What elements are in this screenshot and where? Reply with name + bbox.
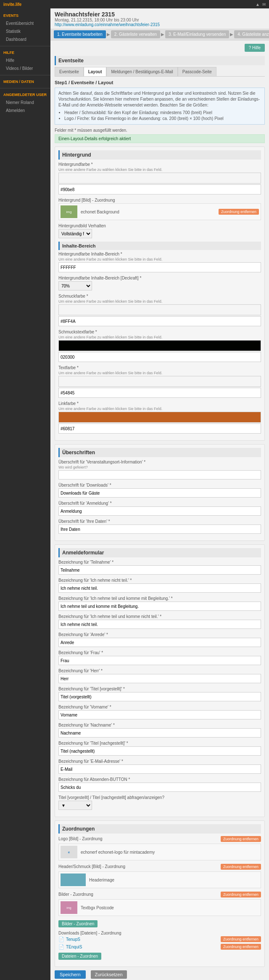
- sidebar-section-hilfe: HILFE Hilfe Videos / Bilder: [0, 47, 50, 74]
- sidebar-item-videos[interactable]: Videos / Bilder: [0, 64, 50, 72]
- sidebar-item-statistik[interactable]: Statistik: [0, 27, 50, 35]
- decline-label: Bezeichnung für 'Ich nehme nicht teil.' …: [58, 578, 261, 583]
- no-attend-input[interactable]: [58, 620, 261, 629]
- content-bg-note: Um eine andere Farbe zu wählen klicken S…: [58, 257, 261, 261]
- logo: invite.life: [3, 2, 21, 7]
- text-color-note: Um eine andere Farbe zu wählen klicken S…: [58, 371, 261, 375]
- zuordnungen-section: Zuordnungen Logo [Bild] - Zuordnung Zuor…: [55, 820, 265, 967]
- bg-color-input[interactable]: [58, 184, 261, 194]
- accent-color-field: Schmuckstextfarbe * Um eine andere Farbe…: [58, 330, 261, 362]
- text-color-picker[interactable]: [58, 376, 261, 387]
- header-image-label: Header/Schmuck [Bild] - Zuordnung: [58, 864, 125, 869]
- salutation-field: Bezeichnung für 'Anrede' *: [58, 632, 261, 647]
- attend-companion-input[interactable]: [58, 602, 261, 611]
- step-1[interactable]: 1. Eventseite bearbeiten: [54, 30, 106, 38]
- deco-color-field: Schmuckfarbe * Um eine andere Farbe zu w…: [58, 294, 261, 326]
- deco-color-input[interactable]: [58, 316, 261, 326]
- ueberschriften-title: Überschriften: [58, 448, 261, 457]
- page-title: Weihnachtsfeier 2315: [55, 11, 265, 18]
- step-arrow-2: ▶: [161, 32, 164, 37]
- step-3[interactable]: 3. E-Mail/Einladung versenden: [165, 30, 229, 38]
- sidebar-item-hilfe[interactable]: Hilfe: [0, 56, 50, 64]
- text-color-input[interactable]: [58, 388, 261, 398]
- header-thumb: [61, 873, 86, 886]
- logo-remove-btn[interactable]: Zuordnung entfernen: [221, 836, 261, 842]
- email-label: Bezeichnung für 'E-Mail-Adresse' *: [58, 759, 261, 764]
- pdf-icon-2: 📄: [58, 944, 64, 950]
- tab-meldungen[interactable]: Meldungen / Bestätigungs-E-Mail: [106, 67, 177, 76]
- sidebar-item-logout[interactable]: Abmelden: [0, 107, 50, 115]
- title-display-select[interactable]: ▼: [58, 801, 92, 810]
- accent-color-picker[interactable]: [58, 340, 261, 351]
- lastname-input[interactable]: [58, 728, 261, 738]
- bg-color-note: Um eine andere Farbe zu wählen klicken S…: [58, 168, 261, 172]
- participation-input[interactable]: [58, 565, 261, 575]
- bg-image-name: echonet Background: [81, 210, 215, 214]
- bg-behavior-select[interactable]: Vollständig fixiert: [58, 229, 92, 238]
- notification-icon[interactable]: ▲: [256, 2, 260, 7]
- step-arrow-3: ▶: [230, 32, 233, 37]
- hintergrund-title: Hintergrund: [58, 150, 261, 160]
- title-post-label: Bezeichnung für 'Titel [nachgestellt]' *: [58, 741, 261, 746]
- content-bg-accent-select[interactable]: 70%: [58, 281, 92, 290]
- save-button[interactable]: Speichern: [55, 970, 86, 979]
- zuordnungen-title: Zuordnungen: [58, 824, 261, 834]
- eventseite-section-title: Eventseite: [55, 56, 265, 65]
- images-label: Bilder - Zuordnung: [58, 892, 93, 897]
- lastname-label: Bezeichnung für 'Nachname' *: [58, 723, 261, 727]
- help-button[interactable]: ? Hilfe: [245, 44, 265, 52]
- mr-input[interactable]: [58, 674, 261, 683]
- inhalte-bereich-title: Inhalte-Bereich: [58, 242, 261, 250]
- mrs-field: Bezeichnung für 'Frau' *: [58, 650, 261, 665]
- download1-remove-btn[interactable]: Zuordnung entfernen: [221, 936, 261, 942]
- title-post-input[interactable]: [58, 746, 261, 756]
- title-post-field: Bezeichnung für 'Titel [nachgestellt]' *: [58, 741, 261, 756]
- mrs-input[interactable]: [58, 656, 261, 665]
- downloads-assign-btn[interactable]: Dateien - Zuordnen: [58, 953, 101, 960]
- download-heading-field: Überschrift für 'Downloads' *: [58, 483, 261, 498]
- mail-icon[interactable]: ✉: [262, 2, 266, 7]
- content-bg-input[interactable]: [58, 262, 261, 272]
- link-color-input[interactable]: [58, 423, 261, 434]
- downloads-label: Downloads [Dateien] - Zuordnung: [58, 931, 261, 935]
- firstname-input[interactable]: [58, 710, 261, 719]
- download-name-1: TenupS: [66, 937, 80, 942]
- salutation-input[interactable]: [58, 638, 261, 647]
- sidebar-item-dashboard[interactable]: Dashboard: [0, 35, 50, 43]
- download2-remove-btn[interactable]: Zuordnung entfernen: [221, 944, 261, 950]
- images-assign-btn[interactable]: Bilder - Zuordnen: [58, 920, 98, 927]
- registration-heading-input[interactable]: [58, 506, 261, 516]
- deco-color-picker[interactable]: [58, 304, 261, 315]
- bg-image-remove-btn[interactable]: Zuordnung entfernen: [219, 209, 259, 215]
- attend-companion-field: Bezeichnung für 'Ich nehme teil und komm…: [58, 596, 261, 611]
- link-color-label: Linkfarbe *: [58, 401, 261, 406]
- download-heading-input[interactable]: [58, 488, 261, 498]
- venue-heading-note: Wo wird gefeiert?: [58, 465, 261, 469]
- reset-button[interactable]: Zurücksetzen: [91, 970, 127, 979]
- tab-passcode[interactable]: Passcode-Seite: [178, 67, 216, 76]
- sidebar-item-eventoverview[interactable]: Eventübersicht: [0, 19, 50, 27]
- top-bar-actions: ▲ ✉: [256, 2, 266, 7]
- participation-field: Bezeichnung für 'Teilnahme' *: [58, 560, 261, 575]
- email-input[interactable]: [58, 764, 261, 774]
- step-4[interactable]: 4. Gästeliste anzeigen: [234, 30, 269, 38]
- images-remove-btn[interactable]: Zuordnung entfernen: [221, 892, 261, 897]
- decline-input[interactable]: [58, 583, 261, 593]
- title-display-field: Titel [vorgestellt] / Titel [nachgestell…: [58, 795, 261, 810]
- accent-color-input[interactable]: [58, 352, 261, 362]
- tab-layout[interactable]: Layout: [84, 67, 107, 76]
- your-data-heading-input[interactable]: [58, 525, 261, 534]
- tab-eventseite[interactable]: Eventseite: [55, 67, 84, 76]
- sidebar-item-username: Niemer Roland: [0, 99, 50, 107]
- header-remove-btn[interactable]: Zuordnung entfernen: [221, 864, 261, 870]
- link-color-note: Um eine andere Farbe zu wählen klicken S…: [58, 407, 261, 411]
- mr-field: Bezeichnung für 'Herr' *: [58, 668, 261, 683]
- title-pre-input[interactable]: [58, 692, 261, 701]
- page-link[interactable]: http://www.einladung.co/einnahme/weihnac…: [55, 22, 265, 27]
- send-btn-input[interactable]: [58, 783, 261, 792]
- link-color-picker[interactable]: [58, 412, 261, 423]
- venue-heading-input[interactable]: [58, 470, 261, 479]
- bg-color-picker[interactable]: [58, 173, 261, 184]
- step-2[interactable]: 2. Gästeliste verwalten: [111, 30, 160, 38]
- content-bg-color-field: Hintergrundfarbe Inhalte-Bereich * Um ei…: [58, 252, 261, 272]
